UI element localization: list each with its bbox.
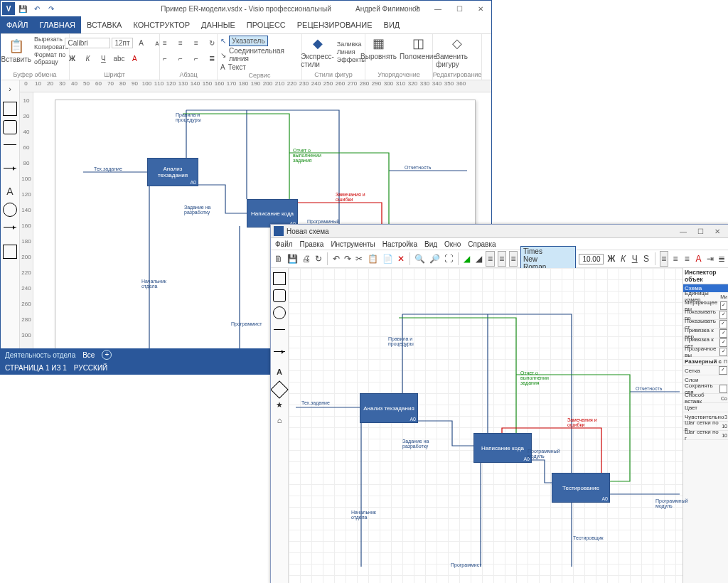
italic-icon[interactable]: К: [80, 51, 95, 65]
fill-color-icon[interactable]: ◢: [463, 251, 471, 267]
tab-insert[interactable]: ВСТАВКА: [81, 16, 127, 33]
tab-review[interactable]: РЕЦЕНЗИРОВАНИЕ: [291, 16, 378, 33]
delete-icon[interactable]: ✕: [397, 251, 405, 267]
change-shape-button[interactable]: ◇Заменить фигуру: [436, 36, 478, 68]
tab-design[interactable]: КОНСТРУКТОР: [127, 16, 196, 33]
align-mid-icon[interactable]: ⌐: [173, 51, 188, 65]
line3-icon[interactable]: ≡: [509, 251, 518, 267]
menu-window[interactable]: Окно: [444, 240, 461, 248]
ramus-max-icon[interactable]: ☐: [692, 228, 709, 235]
line-color-icon[interactable]: ◢: [474, 251, 483, 267]
close-icon[interactable]: ✕: [470, 1, 491, 16]
paste-icon[interactable]: 📄: [382, 251, 394, 267]
r-bold-icon[interactable]: Ж: [606, 251, 616, 267]
tab-home[interactable]: ГЛАВНАЯ: [34, 16, 81, 33]
align-center-icon[interactable]: ≡: [173, 36, 188, 50]
r-shape-circle[interactable]: [273, 306, 286, 319]
new-icon[interactable]: 🗎: [274, 251, 284, 267]
bullets-icon[interactable]: ≣: [205, 51, 219, 65]
al-r-icon[interactable]: ≡: [682, 251, 691, 267]
redo-icon[interactable]: ↷: [45, 2, 58, 15]
cut-button[interactable]: Вырезать: [34, 36, 68, 43]
express-styles-button[interactable]: ◆Экспресс-стили: [301, 36, 334, 68]
shape-callout-icon[interactable]: [3, 245, 17, 259]
ramus-canvas[interactable]: Анализ техзаданияA0 Написание кодаA0 Тес…: [289, 268, 682, 583]
r-shape-star[interactable]: ★: [274, 400, 285, 412]
r-shape-home[interactable]: ⌂: [274, 416, 285, 427]
align-right-icon[interactable]: ≡: [189, 36, 203, 50]
format-painter-button[interactable]: Формат по образцу: [34, 51, 68, 65]
maximize-icon[interactable]: ☐: [449, 1, 470, 16]
r-shape-line[interactable]: [274, 329, 285, 341]
line1-icon[interactable]: ≡: [486, 251, 494, 267]
sheet-all[interactable]: Все: [82, 351, 95, 359]
save-icon[interactable]: 💾: [287, 251, 299, 267]
print-icon[interactable]: 🖨: [301, 251, 311, 267]
chevron-right-icon[interactable]: ›: [4, 85, 16, 97]
zoom-in-icon[interactable]: 🔍: [414, 251, 426, 267]
fit-icon[interactable]: ⛶: [444, 251, 454, 267]
cut-icon[interactable]: ✂: [355, 251, 363, 267]
shape-line-icon[interactable]: [4, 144, 16, 158]
shape-text-icon[interactable]: A: [4, 186, 16, 198]
align-top-icon[interactable]: ⌐: [158, 51, 172, 65]
redo-icon[interactable]: ↷: [343, 251, 352, 267]
align-left-icon[interactable]: ≡: [158, 36, 172, 50]
al-c-icon[interactable]: ≡: [671, 251, 680, 267]
rotate-icon[interactable]: ↻: [205, 36, 219, 50]
r-shape-poly[interactable]: [271, 380, 289, 398]
sheet-add-icon[interactable]: +: [102, 350, 112, 360]
shape-arrow2-icon[interactable]: [4, 227, 16, 240]
inspector-row[interactable]: Прозрачное вы✓: [683, 348, 728, 357]
inspector-row[interactable]: Способ вставкСо: [683, 394, 728, 403]
r-italic-icon[interactable]: К: [619, 251, 627, 267]
r-box-1[interactable]: Анализ техзаданияA0: [360, 393, 418, 423]
text-color-icon[interactable]: A: [694, 251, 702, 267]
paste-button[interactable]: 📋Вставить: [1, 38, 31, 63]
diagram-box-2[interactable]: Написание кодаA0: [247, 199, 298, 228]
sheet-activity[interactable]: Деятельность отдела: [5, 351, 75, 359]
indent-icon[interactable]: ⇥: [706, 251, 714, 267]
font-name-input[interactable]: Calibri: [65, 38, 110, 48]
menu-file[interactable]: Файл: [275, 240, 293, 248]
shape-rect-icon[interactable]: [3, 102, 17, 116]
text-tool[interactable]: Текст: [228, 63, 246, 71]
copy-button[interactable]: Копировать: [34, 43, 68, 50]
tab-file[interactable]: ФАЙЛ: [1, 16, 34, 33]
r-under-icon[interactable]: Ч: [631, 251, 639, 267]
shape-round-icon[interactable]: [3, 120, 17, 134]
tab-process[interactable]: ПРОЦЕСС: [241, 16, 291, 33]
shape-circle-icon[interactable]: [3, 203, 17, 217]
refresh-icon[interactable]: ↻: [314, 251, 323, 267]
menu-setup[interactable]: Настройка: [382, 240, 417, 248]
tab-view[interactable]: ВИД: [378, 16, 406, 33]
shape-arrow-icon[interactable]: [4, 168, 16, 181]
menu-help[interactable]: Справка: [468, 240, 496, 248]
connector-tool[interactable]: Соединительная линия: [229, 47, 299, 63]
line2-icon[interactable]: ≡: [498, 251, 506, 267]
align-button[interactable]: ▦Выровнять: [360, 36, 397, 60]
grow-font-icon[interactable]: A: [134, 36, 149, 50]
bold-icon[interactable]: Ж: [65, 51, 79, 65]
font-color-icon[interactable]: A: [127, 51, 141, 65]
r-strike-icon[interactable]: S: [642, 251, 651, 267]
undo-icon[interactable]: ↶: [31, 2, 43, 15]
font-size-input[interactable]: 10.00: [579, 254, 604, 264]
copy-icon[interactable]: 📋: [367, 251, 379, 267]
inspector-row[interactable]: Сетка✓: [683, 366, 728, 375]
inspector-row[interactable]: Шаг сетки по г10: [683, 431, 728, 440]
r-box-3[interactable]: ТестированиеA0: [552, 473, 610, 503]
list-icon[interactable]: ≣: [717, 251, 726, 267]
ramus-close-icon[interactable]: ✕: [709, 228, 726, 235]
zoom-out-icon[interactable]: 🔎: [429, 251, 441, 267]
r-shape-rect[interactable]: [273, 272, 286, 285]
r-box-2[interactable]: Написание кодаA0: [473, 433, 532, 463]
account-name[interactable]: Андрей Филимонов: [355, 5, 420, 13]
save-icon[interactable]: 💾: [16, 2, 29, 15]
underline-icon[interactable]: Ч: [96, 51, 110, 65]
ramus-min-icon[interactable]: —: [675, 228, 692, 235]
menu-view[interactable]: Вид: [424, 240, 437, 248]
r-shape-text[interactable]: A: [274, 368, 285, 379]
r-shape-round[interactable]: [273, 289, 286, 302]
strike-icon[interactable]: abc: [112, 51, 126, 65]
